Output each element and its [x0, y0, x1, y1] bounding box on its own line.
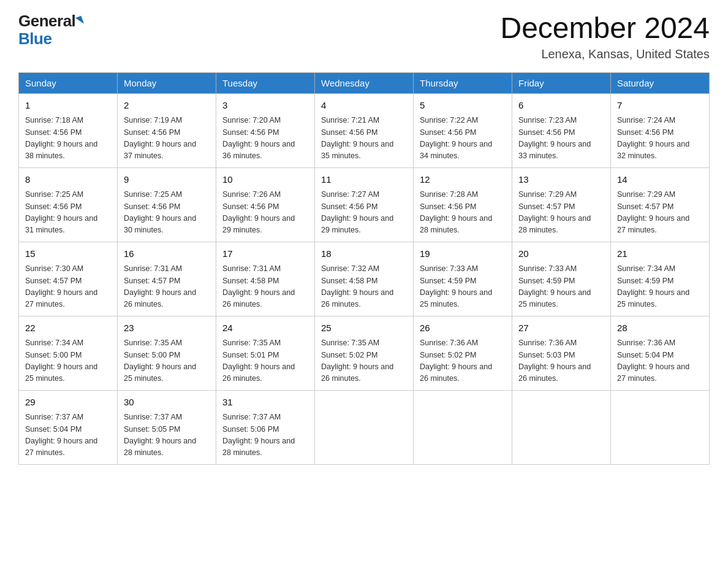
- day-info: Sunrise: 7:18 AMSunset: 4:56 PMDaylight:…: [25, 115, 111, 163]
- day-number: 19: [420, 247, 506, 261]
- day-number: 24: [222, 321, 308, 335]
- day-number: 29: [25, 396, 111, 410]
- day-info: Sunrise: 7:21 AMSunset: 4:56 PMDaylight:…: [321, 115, 407, 163]
- day-cell: 5Sunrise: 7:22 AMSunset: 4:56 PMDaylight…: [414, 93, 512, 167]
- day-number: 6: [518, 99, 604, 113]
- day-info: Sunrise: 7:33 AMSunset: 4:59 PMDaylight:…: [518, 263, 604, 311]
- day-info: Sunrise: 7:36 AMSunset: 5:04 PMDaylight:…: [617, 337, 703, 385]
- day-number: 30: [124, 396, 210, 410]
- day-info: Sunrise: 7:34 AMSunset: 4:59 PMDaylight:…: [617, 263, 703, 311]
- day-number: 20: [518, 247, 604, 261]
- day-info: Sunrise: 7:20 AMSunset: 4:56 PMDaylight:…: [222, 115, 308, 163]
- day-cell: 31Sunrise: 7:37 AMSunset: 5:06 PMDayligh…: [216, 390, 315, 464]
- day-info: Sunrise: 7:33 AMSunset: 4:59 PMDaylight:…: [420, 263, 506, 311]
- day-cell: 27Sunrise: 7:36 AMSunset: 5:03 PMDayligh…: [512, 316, 611, 390]
- day-info: Sunrise: 7:27 AMSunset: 4:56 PMDaylight:…: [321, 189, 407, 237]
- day-number: 12: [420, 173, 506, 187]
- day-cell: 20Sunrise: 7:33 AMSunset: 4:59 PMDayligh…: [512, 242, 611, 316]
- header-day-friday: Friday: [512, 72, 611, 93]
- title-section: December 2024 Lenexa, Kansas, United Sta…: [500, 12, 710, 61]
- day-info: Sunrise: 7:34 AMSunset: 5:00 PMDaylight:…: [25, 337, 111, 385]
- day-info: Sunrise: 7:25 AMSunset: 4:56 PMDaylight:…: [25, 189, 111, 237]
- day-info: Sunrise: 7:22 AMSunset: 4:56 PMDaylight:…: [420, 115, 506, 163]
- day-number: 23: [124, 321, 210, 335]
- day-cell: 3Sunrise: 7:20 AMSunset: 4:56 PMDaylight…: [216, 93, 315, 167]
- day-info: Sunrise: 7:31 AMSunset: 4:58 PMDaylight:…: [222, 263, 308, 311]
- logo-general-text: General: [18, 12, 75, 30]
- day-info: Sunrise: 7:24 AMSunset: 4:56 PMDaylight:…: [617, 115, 703, 163]
- header-day-saturday: Saturday: [611, 72, 710, 93]
- day-number: 3: [222, 99, 308, 113]
- day-cell: 9Sunrise: 7:25 AMSunset: 4:56 PMDaylight…: [118, 167, 216, 242]
- day-number: 14: [617, 173, 703, 187]
- day-number: 28: [617, 321, 703, 335]
- day-number: 16: [124, 247, 210, 261]
- day-info: Sunrise: 7:32 AMSunset: 4:58 PMDaylight:…: [321, 263, 407, 311]
- day-cell: 22Sunrise: 7:34 AMSunset: 5:00 PMDayligh…: [19, 316, 118, 390]
- header-day-monday: Monday: [118, 72, 216, 93]
- day-cell: 21Sunrise: 7:34 AMSunset: 4:59 PMDayligh…: [611, 242, 710, 316]
- day-cell: 26Sunrise: 7:36 AMSunset: 5:02 PMDayligh…: [414, 316, 512, 390]
- day-cell: [611, 390, 710, 464]
- day-number: 17: [222, 247, 308, 261]
- day-number: 25: [321, 321, 407, 335]
- day-info: Sunrise: 7:37 AMSunset: 5:04 PMDaylight:…: [25, 412, 111, 459]
- day-info: Sunrise: 7:36 AMSunset: 5:02 PMDaylight:…: [420, 337, 506, 385]
- day-number: 7: [617, 99, 703, 113]
- day-cell: 10Sunrise: 7:26 AMSunset: 4:56 PMDayligh…: [216, 167, 315, 242]
- day-info: Sunrise: 7:37 AMSunset: 5:06 PMDaylight:…: [222, 412, 308, 459]
- day-info: Sunrise: 7:35 AMSunset: 5:00 PMDaylight:…: [124, 337, 210, 385]
- day-info: Sunrise: 7:36 AMSunset: 5:03 PMDaylight:…: [518, 337, 604, 385]
- day-info: Sunrise: 7:23 AMSunset: 4:56 PMDaylight:…: [518, 115, 604, 163]
- day-cell: 25Sunrise: 7:35 AMSunset: 5:02 PMDayligh…: [315, 316, 414, 390]
- day-cell: 6Sunrise: 7:23 AMSunset: 4:56 PMDaylight…: [512, 93, 611, 167]
- day-cell: 1Sunrise: 7:18 AMSunset: 4:56 PMDaylight…: [19, 93, 118, 167]
- day-number: 1: [25, 99, 111, 113]
- day-cell: 14Sunrise: 7:29 AMSunset: 4:57 PMDayligh…: [611, 167, 710, 242]
- logo: General Blue: [18, 12, 83, 47]
- day-cell: 19Sunrise: 7:33 AMSunset: 4:59 PMDayligh…: [414, 242, 512, 316]
- day-number: 26: [420, 321, 506, 335]
- month-title: December 2024: [500, 12, 710, 45]
- day-number: 18: [321, 247, 407, 261]
- day-number: 8: [25, 173, 111, 187]
- day-cell: 11Sunrise: 7:27 AMSunset: 4:56 PMDayligh…: [315, 167, 414, 242]
- week-row-2: 8Sunrise: 7:25 AMSunset: 4:56 PMDaylight…: [19, 167, 710, 242]
- day-cell: 24Sunrise: 7:35 AMSunset: 5:01 PMDayligh…: [216, 316, 315, 390]
- day-cell: 12Sunrise: 7:28 AMSunset: 4:56 PMDayligh…: [414, 167, 512, 242]
- week-row-5: 29Sunrise: 7:37 AMSunset: 5:04 PMDayligh…: [19, 390, 710, 464]
- day-cell: 28Sunrise: 7:36 AMSunset: 5:04 PMDayligh…: [611, 316, 710, 390]
- day-info: Sunrise: 7:31 AMSunset: 4:57 PMDaylight:…: [124, 263, 210, 311]
- day-info: Sunrise: 7:29 AMSunset: 4:57 PMDaylight:…: [518, 189, 604, 237]
- day-info: Sunrise: 7:35 AMSunset: 5:01 PMDaylight:…: [222, 337, 308, 385]
- day-number: 5: [420, 99, 506, 113]
- day-info: Sunrise: 7:30 AMSunset: 4:57 PMDaylight:…: [25, 263, 111, 311]
- day-cell: 13Sunrise: 7:29 AMSunset: 4:57 PMDayligh…: [512, 167, 611, 242]
- day-number: 4: [321, 99, 407, 113]
- day-info: Sunrise: 7:25 AMSunset: 4:56 PMDaylight:…: [124, 189, 210, 237]
- week-row-3: 15Sunrise: 7:30 AMSunset: 4:57 PMDayligh…: [19, 242, 710, 316]
- day-cell: 8Sunrise: 7:25 AMSunset: 4:56 PMDaylight…: [19, 167, 118, 242]
- day-number: 2: [124, 99, 210, 113]
- calendar-body: 1Sunrise: 7:18 AMSunset: 4:56 PMDaylight…: [19, 93, 710, 464]
- day-number: 21: [617, 247, 703, 261]
- header-day-wednesday: Wednesday: [315, 72, 414, 93]
- day-number: 10: [222, 173, 308, 187]
- day-cell: [315, 390, 414, 464]
- day-number: 15: [25, 247, 111, 261]
- day-cell: 29Sunrise: 7:37 AMSunset: 5:04 PMDayligh…: [19, 390, 118, 464]
- logo-arrow-icon: [75, 16, 84, 26]
- day-number: 31: [222, 396, 308, 410]
- day-number: 27: [518, 321, 604, 335]
- header-row: SundayMondayTuesdayWednesdayThursdayFrid…: [19, 72, 710, 93]
- day-cell: 7Sunrise: 7:24 AMSunset: 4:56 PMDaylight…: [611, 93, 710, 167]
- day-info: Sunrise: 7:35 AMSunset: 5:02 PMDaylight:…: [321, 337, 407, 385]
- day-cell: [512, 390, 611, 464]
- logo-blue-text: Blue: [18, 30, 51, 48]
- calendar-table: SundayMondayTuesdayWednesdayThursdayFrid…: [18, 72, 710, 465]
- location-title: Lenexa, Kansas, United States: [500, 47, 710, 61]
- day-cell: [414, 390, 512, 464]
- day-info: Sunrise: 7:29 AMSunset: 4:57 PMDaylight:…: [617, 189, 703, 237]
- day-info: Sunrise: 7:37 AMSunset: 5:05 PMDaylight:…: [124, 412, 210, 459]
- day-cell: 15Sunrise: 7:30 AMSunset: 4:57 PMDayligh…: [19, 242, 118, 316]
